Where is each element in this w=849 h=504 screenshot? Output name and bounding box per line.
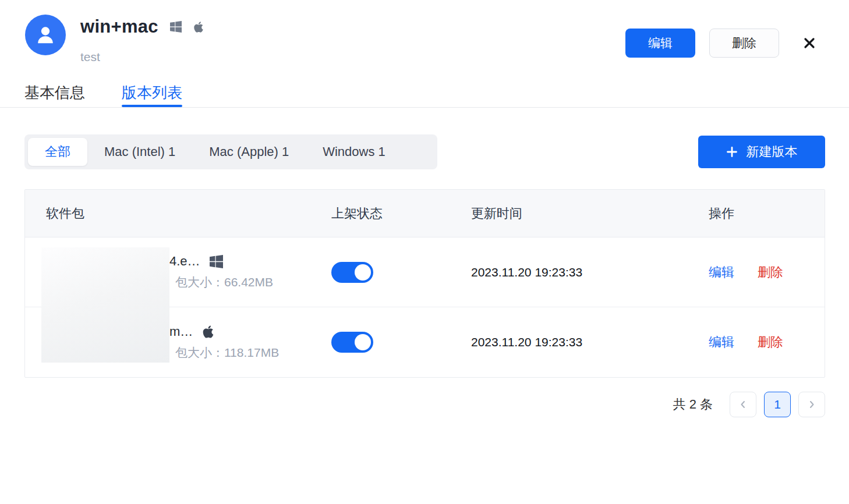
package-size: 包大小：66.42MB [169, 274, 273, 290]
apple-icon [193, 21, 204, 33]
filter-mac-apple[interactable]: Mac (Apple) 1 [192, 138, 306, 166]
page-1-button[interactable]: 1 [764, 392, 791, 417]
new-version-label: 新建版本 [747, 143, 798, 161]
col-header-actions: 操作 [688, 190, 825, 237]
filter-all[interactable]: 全部 [28, 138, 87, 166]
delete-app-button[interactable]: 删除 [709, 29, 779, 58]
person-icon [34, 23, 57, 47]
tab-basic-info[interactable]: 基本信息 [24, 83, 85, 100]
updated-time: 2023.11.20 19:23:33 [471, 265, 582, 279]
chevron-left-icon [739, 400, 747, 409]
row-delete-link[interactable]: 删除 [758, 333, 783, 351]
prev-page-button[interactable] [730, 392, 756, 417]
platform-filter-group: 全部 Mac (Intel) 1 Mac (Apple) 1 Windows 1 [24, 134, 437, 169]
avatar [25, 15, 66, 55]
edit-app-button[interactable]: 编辑 [625, 29, 695, 58]
tab-version-list[interactable]: 版本列表 [122, 83, 182, 100]
detail-tabs: 基本信息 版本列表 [24, 83, 182, 100]
package-thumbnail-redacted [41, 247, 169, 363]
pagination-total: 共 2 条 [673, 396, 713, 413]
row-delete-link[interactable]: 删除 [758, 264, 783, 281]
app-detail-panel: win+mac test 编辑 删除 基本信息 版本列表 全部 Mac (Int… [0, 0, 849, 504]
next-page-button[interactable] [798, 392, 825, 417]
filter-mac-intel[interactable]: Mac (Intel) 1 [87, 138, 192, 166]
windows-icon [210, 255, 223, 268]
tabs-divider [0, 107, 849, 108]
col-header-package: 软件包 [25, 190, 321, 237]
row-edit-link[interactable]: 编辑 [709, 264, 734, 281]
package-size: 包大小：118.17MB [169, 345, 279, 361]
status-toggle[interactable] [331, 262, 373, 283]
toggle-knob [355, 334, 371, 350]
table-header-row: 软件包 上架状态 更新时间 操作 [25, 190, 825, 237]
col-header-status: 上架状态 [321, 190, 461, 237]
package-name: m… [169, 324, 193, 339]
page-title: win+mac [80, 16, 158, 37]
apple-icon [202, 325, 214, 339]
toggle-knob [355, 264, 371, 281]
windows-icon [170, 21, 182, 33]
row-edit-link[interactable]: 编辑 [709, 333, 734, 351]
package-name: 4.e… [169, 254, 200, 269]
status-toggle[interactable] [331, 332, 373, 353]
close-icon[interactable] [800, 34, 819, 52]
new-version-button[interactable]: 新建版本 [698, 136, 825, 168]
updated-time: 2023.11.20 19:23:33 [471, 335, 582, 349]
version-table: 软件包 上架状态 更新时间 操作 4.e… 包大小：66.42MB [24, 189, 825, 378]
chevron-right-icon [808, 400, 816, 409]
col-header-updated: 更新时间 [461, 190, 688, 237]
pagination: 共 2 条 1 [673, 392, 825, 417]
filter-windows[interactable]: Windows 1 [306, 138, 402, 166]
plus-icon [726, 146, 738, 158]
app-subtitle: test [80, 50, 100, 64]
